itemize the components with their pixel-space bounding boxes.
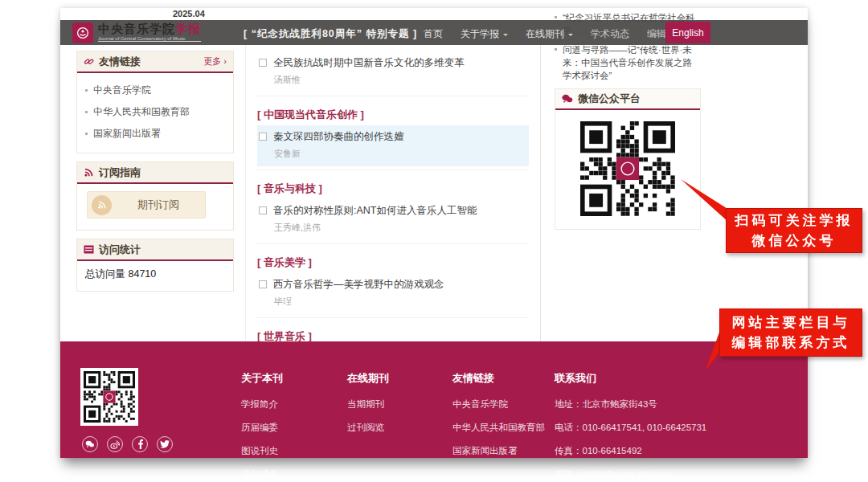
footer-link[interactable]: 学报简介: [241, 398, 283, 411]
news-item-label: 问道与寻路——记“传统·世界·未来：中国当代音乐创作发展之路学术探讨会”: [563, 43, 701, 82]
twitter-icon[interactable]: [157, 436, 173, 452]
link-icon: [84, 56, 94, 67]
article-checkbox[interactable]: [259, 133, 267, 141]
stats-panel: 访问统计 总访问量 84710: [76, 239, 234, 292]
nav-academic-news[interactable]: 学术动态: [591, 27, 629, 41]
footer-link[interactable]: 现任成员: [241, 468, 283, 480]
article-author: 安鲁新: [274, 148, 527, 160]
journal-logo[interactable]: 中央音乐学院学报 Journal of Central Conservatory…: [72, 22, 201, 43]
callout-line: 网站主要栏目与: [720, 312, 862, 333]
subscribe-panel: 订阅指南 期刊订阅: [76, 161, 234, 231]
article-checkbox[interactable]: [259, 59, 267, 67]
article-row[interactable]: 秦文琛四部协奏曲的创作迭嬗 安鲁新: [257, 125, 529, 166]
footer-col-about: 关于本刊 学报简介 历届编委 图说刊史 现任成员: [241, 371, 283, 482]
footer-qr-code: [84, 371, 135, 423]
stats-title: 访问统计: [99, 243, 227, 257]
friend-links-panel: 友情链接 更多 › 中央音乐学院 中华人民共和国教育部 国家新闻出版署: [76, 51, 234, 153]
article-checkbox[interactable]: [259, 280, 267, 288]
article-author: 王秀峰,洪伟: [274, 222, 527, 234]
friend-link-item[interactable]: 中华人民共和国教育部: [85, 101, 225, 123]
nav-home[interactable]: 首页: [424, 27, 443, 41]
footer-col-title: 友情链接: [452, 371, 545, 386]
article-checkbox[interactable]: [259, 206, 267, 214]
article-author: 毕珵: [274, 296, 527, 308]
nav-about-journal[interactable]: 关于学报: [461, 27, 508, 41]
footer-link[interactable]: 图说刊史: [241, 445, 283, 457]
callout-line: 扫码可关注学报: [727, 210, 862, 231]
footer-col-links: 友情链接 中央音乐学院 中华人民共和国教育部 国家新闻出版署: [452, 371, 545, 468]
subscribe-header: 订阅指南: [77, 162, 233, 184]
bullet-icon: [85, 111, 88, 113]
divider: [257, 243, 529, 244]
callout-line: 编辑部联系方式: [720, 333, 862, 353]
wechat-panel: 微信公众平台: [555, 88, 701, 230]
wechat-panel-header: 微信公众平台: [555, 89, 700, 110]
news-item[interactable]: 问道与寻路——记“传统·世界·未来：中国当代音乐创作发展之路学术探讨会”: [555, 43, 701, 82]
wechat-icon: [562, 94, 573, 104]
more-link[interactable]: 更多 ›: [203, 55, 227, 67]
footer-col-title: 在线期刊: [347, 371, 389, 386]
special-topic-banner: [ “纪念抗战胜利80周年” 特别专题 ]: [244, 27, 417, 41]
footer-link[interactable]: 中央音乐学院: [452, 398, 545, 411]
article-title[interactable]: 秦文琛四部协奏曲的创作迭嬗: [273, 130, 404, 144]
footer-col-title: 关于本刊: [241, 371, 283, 386]
article-title[interactable]: 全民族抗战时期中国新音乐文化的多维变革: [273, 56, 465, 70]
footer-contact-phone: 电话：010-66417541, 010-66425731: [555, 422, 706, 434]
divider: [257, 170, 529, 170]
footer-link[interactable]: 过刊阅览: [347, 422, 389, 434]
footer-qr-frame: [80, 368, 138, 426]
bullet-icon: [85, 89, 88, 92]
friend-links-title: 友情链接: [99, 55, 203, 69]
footer-col-online: 在线期刊 当期期刊 过刊阅览: [347, 371, 389, 445]
journal-subscribe-button[interactable]: 期刊订阅: [87, 191, 206, 219]
callout-line: 微信公众号: [727, 231, 862, 251]
nav-online-journal[interactable]: 在线期刊: [526, 27, 573, 41]
facebook-icon[interactable]: [132, 436, 148, 452]
nav-links: 首页 关于学报 在线期刊 学术动态 编辑部公告: [424, 27, 695, 41]
friend-link-item[interactable]: 国家新闻出版署: [85, 123, 225, 145]
article-row[interactable]: 全民族抗战时期中国新音乐文化的多维变革 汤斯惟: [257, 51, 529, 92]
bullet-icon: [555, 16, 557, 18]
footer: 关于本刊 学报简介 历届编委 图说刊史 现任成员 在线期刊 当期期刊 过刊阅览 …: [60, 341, 808, 458]
subscribe-button-label: 期刊订阅: [112, 198, 205, 212]
english-language-button[interactable]: English: [665, 22, 710, 43]
rss-icon: [92, 195, 112, 215]
stats-header: 访问统计: [77, 239, 233, 261]
chevron-down-icon: [568, 34, 573, 39]
footer-link[interactable]: 国家新闻出版署: [452, 445, 545, 457]
article-title[interactable]: 音乐的对称性原则:ANT如何进入音乐人工智能: [273, 204, 477, 218]
wechat-qr-area: [555, 110, 700, 229]
logo-title-main: 中央音乐学院: [98, 22, 175, 35]
article-row[interactable]: 音乐的对称性原则:ANT如何进入音乐人工智能 王秀峰,洪伟: [257, 199, 529, 240]
callout-scan-qr: 扫码可关注学报 微信公众号: [726, 208, 862, 253]
weibo-icon[interactable]: [107, 436, 123, 452]
wechat-icon[interactable]: [82, 436, 98, 452]
logo-text: 中央音乐学院学报 Journal of Central Conservatory…: [98, 22, 201, 42]
visit-count: 总访问量 84710: [77, 261, 233, 291]
footer-social-icons: [82, 436, 173, 452]
issue-number: 2025.04: [173, 9, 205, 18]
footer-col-title: 联系我们: [555, 371, 706, 386]
footer-contact-fax: 传真：010-66415492: [555, 445, 706, 457]
subscribe-title: 订阅指南: [99, 165, 227, 180]
section-header: [ 音乐美学 ]: [257, 247, 529, 273]
footer-col-contact: 联系我们 地址：北京市鲍家街43号 电话：010-66417541, 010-6…: [555, 371, 706, 482]
wechat-qr-code: [580, 121, 675, 216]
divider: [257, 96, 529, 96]
wechat-panel-title: 微信公众平台: [578, 92, 694, 106]
footer-link[interactable]: 历届编委: [241, 422, 283, 434]
friend-links-header: 友情链接 更多 ›: [77, 51, 233, 73]
friend-link-item[interactable]: 中央音乐学院: [85, 80, 225, 101]
logo-title-accent: 学报: [175, 22, 201, 35]
footer-link[interactable]: 当期期刊: [347, 398, 389, 411]
article-author: 汤斯惟: [274, 74, 527, 86]
rss-icon: [84, 167, 94, 178]
article-row[interactable]: 西方音乐哲学—美学视野中的游戏观念 毕珵: [257, 273, 529, 314]
logo-emblem-icon: [72, 22, 93, 43]
callout-site-sections: 网站主要栏目与 编辑部联系方式: [719, 308, 862, 357]
bullet-icon: [85, 133, 88, 135]
footer-link[interactable]: 中华人民共和国教育部: [452, 422, 545, 434]
logo-subtitle: Journal of Central Conservatory of Music: [98, 36, 201, 42]
page: “纪念习近平总书记在哲学社会科学…… 问道与寻路——记“传统·世界·未来：中国当…: [60, 8, 808, 458]
article-title[interactable]: 西方音乐哲学—美学视野中的游戏观念: [273, 278, 444, 292]
